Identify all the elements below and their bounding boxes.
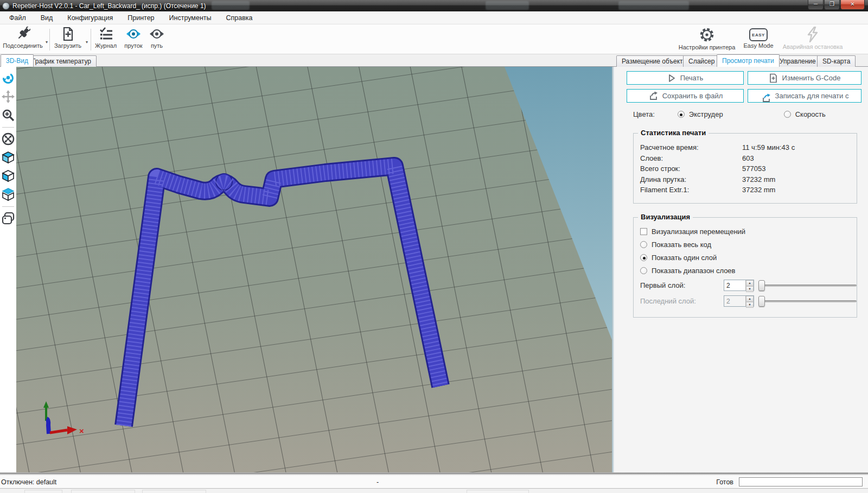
tab-print-preview[interactable]: Просмотр печати (717, 54, 780, 67)
filament-eye-icon (125, 27, 142, 41)
show-single-layer-radio[interactable] (640, 254, 647, 261)
status-center: - (376, 478, 379, 486)
show-travel-button[interactable]: путь (148, 27, 166, 49)
stat-row-filament: Длина прутка: 37232 mm (634, 174, 857, 185)
main-toolbar: Подсоединить ▾ Загрузить ▾ Журнал (0, 24, 868, 54)
show-all-code-row: Показать весь код (640, 241, 857, 249)
emergency-stop-button: Аварийная остановка (780, 27, 845, 50)
easy-mode-button[interactable]: EASY Easy Mode (742, 27, 775, 49)
menu-printer[interactable]: Принтер (122, 12, 159, 23)
printer-settings-button[interactable]: Настройки принтера (676, 27, 737, 50)
stat-row-lines: Всего строк: 577053 (634, 163, 857, 174)
stat-value: 11 ч:59 мин:43 с (742, 142, 795, 153)
load-button[interactable]: Загрузить (53, 27, 83, 49)
application-window: Repetier-Host V2.0.1 - Car_Left_Backward… (0, 0, 868, 493)
save-to-file-button[interactable]: Сохранить в файл (627, 89, 744, 103)
slider-thumb[interactable] (758, 296, 765, 307)
stat-row-filament-extr1: Filament Extr.1: 37232 mm (634, 185, 857, 195)
tab-3d-view[interactable]: 3D-Вид (1, 54, 34, 67)
taskbar-fragment (142, 490, 206, 493)
rotate-view-button[interactable] (1, 71, 15, 85)
minimize-button[interactable]: ─ (808, 0, 824, 10)
gear-icon (699, 27, 715, 43)
slider-track (758, 300, 857, 302)
objects-icon (2, 212, 15, 225)
tab-row: 3D-Вид График температур Размещение объе… (0, 54, 868, 67)
write-sd-button[interactable]: Записать для печати с (748, 89, 861, 103)
tab-control[interactable]: Управление (774, 55, 821, 67)
edit-gcode-icon (769, 73, 778, 83)
menu-help[interactable]: Справка (221, 12, 258, 23)
show-objects-button[interactable] (1, 211, 15, 225)
colors-row: Цвета: Экструдер Скорость (633, 110, 826, 118)
slider-thumb[interactable] (758, 280, 765, 291)
show-filament-button[interactable]: пруток (122, 27, 145, 49)
edit-gcode-button[interactable]: Изменить G-Code (748, 71, 861, 85)
lightning-icon (806, 27, 820, 42)
bed-grid (16, 67, 612, 472)
3d-viewport[interactable]: × (16, 67, 612, 472)
front-view-button[interactable] (1, 169, 15, 183)
first-layer-label: Первый слой: (640, 281, 706, 289)
fit-view-button[interactable] (1, 132, 15, 146)
window-title: Repetier-Host V2.0.1 - Car_Left_Backward… (12, 2, 206, 10)
stat-row-time: Расчетное время: 11 ч:59 мин:43 с (634, 142, 857, 153)
menu-config[interactable]: Конфигурация (62, 12, 118, 23)
app-icon (2, 2, 10, 10)
menu-file[interactable]: Файл (4, 12, 31, 23)
plug-icon (16, 27, 30, 41)
journal-button[interactable]: Журнал (93, 27, 118, 49)
first-layer-slider[interactable] (758, 280, 857, 291)
print-statistics-group: Статистика печати Расчетное время: 11 ч:… (633, 133, 857, 204)
menu-view[interactable]: Вид (35, 12, 59, 23)
rotate-icon (2, 72, 15, 85)
visualization-title: Визуализация (638, 213, 693, 221)
colors-label: Цвета: (633, 110, 655, 118)
load-file-icon (61, 27, 75, 41)
spin-up-icon[interactable]: ▲ (746, 280, 754, 286)
spin-down-icon[interactable]: ▼ (746, 286, 754, 292)
last-layer-slider[interactable] (758, 296, 857, 307)
slider-track (758, 285, 857, 287)
show-all-code-radio[interactable] (640, 241, 647, 248)
stat-value: 603 (742, 153, 754, 164)
travel-eye-icon (149, 27, 165, 41)
last-layer-spinbox: 2 ▲▼ (724, 295, 754, 307)
show-layer-range-radio[interactable] (640, 267, 647, 274)
zoom-view-button[interactable] (1, 108, 15, 122)
tab-slicer[interactable]: Слайсер (683, 55, 720, 67)
menu-tools[interactable]: Инструменты (164, 12, 217, 23)
tab-sd-card[interactable]: SD-карта (817, 55, 856, 67)
toolbar-separator (2, 127, 14, 128)
color-speed-radio[interactable] (784, 111, 791, 118)
top-view-button[interactable] (1, 187, 15, 201)
print-button[interactable]: Печать (627, 71, 744, 85)
desktop-glow (212, 1, 250, 10)
menu-bar: Файл Вид Конфигурация Принтер Инструмент… (0, 11, 868, 24)
bottom-edge (0, 489, 868, 493)
show-travel-checkbox-row: Визуализация перемещений (640, 227, 857, 236)
connect-button[interactable]: Подсоединить (3, 27, 42, 49)
desktop-glow (486, 1, 529, 10)
show-layer-range-row: Показать диапазон слоев (640, 267, 857, 275)
show-travel-checkbox[interactable] (640, 228, 647, 235)
zoom-icon (2, 109, 15, 122)
spin-up-icon: ▲ (746, 296, 754, 302)
stat-value: 577053 (742, 163, 765, 174)
tab-object-placement[interactable]: Размещение объекта (616, 55, 692, 67)
maximize-button[interactable]: ❐ (824, 0, 840, 10)
connection-status: Отключен: default (1, 478, 56, 486)
color-extruder-radio[interactable] (678, 111, 685, 118)
spin-buttons[interactable]: ▲▼ (745, 280, 754, 290)
connect-dropdown-caret[interactable]: ▾ (46, 40, 48, 45)
last-layer-label: Последний слой: (640, 297, 706, 305)
close-button[interactable]: ✕ (840, 0, 865, 10)
taskbar-fragment (24, 490, 62, 493)
first-layer-spinbox[interactable]: 2 ▲▼ (724, 280, 754, 291)
load-dropdown-caret[interactable]: ▾ (86, 40, 88, 45)
print-bed-scene: × (16, 67, 612, 472)
tab-temp-graph[interactable]: График температур (27, 55, 97, 67)
last-layer-row: Последний слой: 2 ▲▼ (640, 295, 857, 307)
isometric-view-button[interactable] (1, 150, 15, 165)
move-view-button[interactable] (1, 90, 15, 104)
